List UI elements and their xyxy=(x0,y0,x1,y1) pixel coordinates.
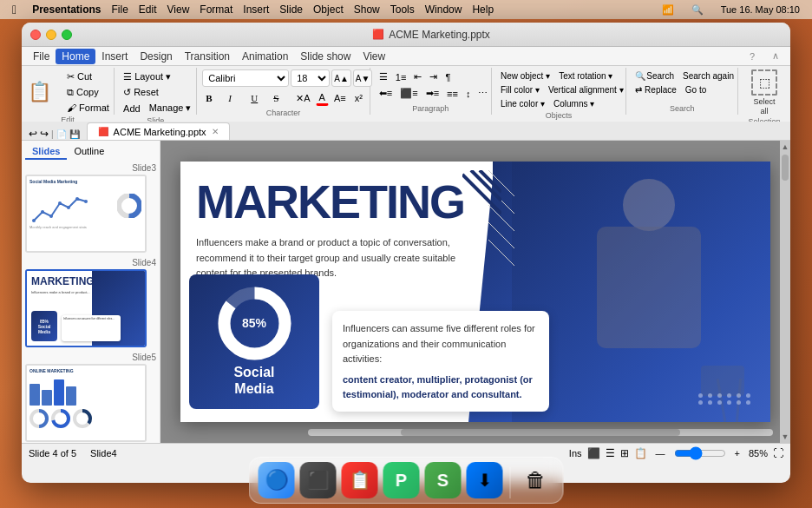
horizontal-scrollbar[interactable] xyxy=(308,429,773,436)
bold-button[interactable]: B xyxy=(202,89,223,108)
dock-s-app[interactable]: S xyxy=(425,462,462,498)
menu-slide[interactable]: Slide xyxy=(279,3,303,16)
grid-view-btn[interactable]: ⊞ xyxy=(620,447,629,459)
line-color-button[interactable]: Line color ▾ xyxy=(497,97,548,110)
appmenu-slideshow[interactable]: Slide show xyxy=(294,49,357,64)
dock-taska[interactable]: P xyxy=(383,462,420,498)
outline-tab[interactable]: Outline xyxy=(67,144,111,160)
font-size-increase[interactable]: A▲ xyxy=(331,69,351,87)
menu-insert[interactable]: Insert xyxy=(243,3,269,16)
appmenu-view[interactable]: View xyxy=(357,49,391,64)
tab-close[interactable]: ✕ xyxy=(212,127,219,136)
align-center[interactable]: ⬛≡ xyxy=(396,86,421,101)
add-slide-button[interactable]: Add xyxy=(120,101,144,115)
italic-button[interactable]: I xyxy=(225,89,246,108)
app-name-menu[interactable]: Presentations xyxy=(32,3,101,16)
manage-button[interactable]: Manage ▾ xyxy=(146,101,195,115)
reset-button[interactable]: ↺ Reset xyxy=(120,85,162,100)
notes-view-btn[interactable]: 📋 xyxy=(634,447,647,459)
font-size-select[interactable]: 18 xyxy=(291,69,330,87)
vertical-alignment-button[interactable]: Vertical alignment ▾ xyxy=(545,83,627,96)
help-icon[interactable]: ? xyxy=(743,49,761,63)
menu-window[interactable]: Window xyxy=(425,3,462,16)
scroll-down-button[interactable]: ▼ xyxy=(782,432,789,441)
slide-thumb-3[interactable]: Slide3 Social Media Marketing xyxy=(25,163,156,253)
menu-edit[interactable]: Edit xyxy=(139,3,157,16)
appmenu-design[interactable]: Design xyxy=(134,49,178,64)
outline-view-btn[interactable]: ☰ xyxy=(606,447,615,459)
text-rotation-button[interactable]: Text rotation ▾ xyxy=(555,69,616,82)
appmenu-transition[interactable]: Transition xyxy=(179,49,236,64)
slide4-preview[interactable]: MARKETING Influencers make a brand or pr… xyxy=(25,269,147,347)
dock-finder[interactable]: 🔵 xyxy=(259,462,295,498)
slides-tab[interactable]: Slides xyxy=(25,144,67,160)
dock-launchpad[interactable]: ⬛ xyxy=(300,462,337,498)
indent-decrease[interactable]: ⇤ xyxy=(410,69,425,84)
doc-button[interactable]: 📄 xyxy=(56,129,67,139)
slide-thumb-4[interactable]: Slide4 MARKETING Influencers make a bran… xyxy=(25,258,156,347)
slide-thumb-5[interactable]: Slide5 ONLINE MARKETING xyxy=(25,353,156,442)
active-tab[interactable]: 🟥 ACME Marketing.pptx ✕ xyxy=(87,122,230,140)
menu-tools[interactable]: Tools xyxy=(390,3,415,16)
normal-view-btn[interactable]: ⬛ xyxy=(587,447,600,459)
indent-increase[interactable]: ⇥ xyxy=(426,69,441,84)
fullscreen-btn[interactable]: ⛶ xyxy=(773,447,783,459)
appmenu-animation[interactable]: Animation xyxy=(236,49,294,64)
list-unordered[interactable]: ☰ xyxy=(376,69,391,84)
menu-object[interactable]: Object xyxy=(313,3,344,16)
new-object-button[interactable]: New object ▾ xyxy=(497,69,553,82)
menu-format[interactable]: Format xyxy=(200,3,232,16)
underline-button[interactable]: U xyxy=(247,89,268,108)
dock-todo[interactable]: 📋 xyxy=(342,462,378,498)
font-color-button[interactable]: A xyxy=(316,90,329,106)
font-family-select[interactable]: Calibri xyxy=(202,69,289,87)
appmenu-insert[interactable]: Insert xyxy=(95,49,134,64)
copy-button[interactable]: ⧉ Copy xyxy=(63,85,113,100)
dock-trash[interactable]: 🗑 xyxy=(518,462,554,498)
undo-button[interactable]: ↩ xyxy=(29,128,37,140)
slide3-preview[interactable]: Social Media Marketing xyxy=(25,175,147,253)
align-justify[interactable]: ≡≡ xyxy=(443,86,462,101)
goto-button[interactable]: Go to xyxy=(682,83,710,96)
font-more-button[interactable]: A≡ xyxy=(331,91,350,105)
slide3-label: Slide3 xyxy=(25,163,156,173)
appmenu-file[interactable]: File xyxy=(27,49,56,64)
para-more2[interactable]: ⋯ xyxy=(475,86,491,101)
format-paint-button[interactable]: 🖌 Format xyxy=(63,101,113,115)
select-all-button[interactable]: ⬚ Selectall xyxy=(748,69,781,116)
vertical-scrollbar[interactable]: ▲ ▼ xyxy=(780,141,790,443)
maximize-button[interactable] xyxy=(62,30,72,40)
slide5-preview[interactable]: ONLINE MARKETING xyxy=(25,364,147,442)
appmenu-home[interactable]: Home xyxy=(56,49,95,64)
layout-button[interactable]: ☰ Layout ▾ xyxy=(120,69,174,84)
align-right[interactable]: ➡≡ xyxy=(422,86,442,101)
apple-icon[interactable]:  xyxy=(12,3,16,16)
list-ordered[interactable]: 1≡ xyxy=(392,69,410,84)
dock-system[interactable]: ⬇ xyxy=(467,462,503,498)
search-icon[interactable]: 🔍 xyxy=(691,4,704,16)
align-left[interactable]: ⬅≡ xyxy=(376,86,396,101)
line-spacing[interactable]: ↕ xyxy=(462,86,475,101)
menu-view[interactable]: View xyxy=(167,3,190,16)
replace-button[interactable]: ⇄ Replace xyxy=(632,83,679,96)
fill-color-button[interactable]: Fill color ▾ xyxy=(497,83,543,96)
search-again-button[interactable]: Search again xyxy=(679,69,737,82)
close-ribbon-icon[interactable]: ∧ xyxy=(766,49,785,63)
strikethrough-button[interactable]: S xyxy=(270,89,291,108)
close-button[interactable] xyxy=(30,30,41,40)
menu-show[interactable]: Show xyxy=(354,3,380,16)
menu-file[interactable]: File xyxy=(111,3,128,16)
superscript-button[interactable]: x² xyxy=(351,91,366,105)
menu-help[interactable]: Help xyxy=(472,3,494,16)
save-button[interactable]: 💾 xyxy=(69,129,80,139)
search-button[interactable]: 🔍 Search xyxy=(632,69,678,82)
para-more[interactable]: ¶ xyxy=(442,69,454,84)
columns-button[interactable]: Columns ▾ xyxy=(550,97,598,110)
scroll-up-button[interactable]: ▲ xyxy=(782,142,789,151)
clear-format-button[interactable]: ✕A xyxy=(292,91,313,106)
redo-button[interactable]: ↪ xyxy=(40,128,49,140)
paste-button[interactable]: 📋 xyxy=(27,76,58,109)
cut-button[interactable]: ✂ Cut xyxy=(63,69,113,84)
zoom-slider[interactable] xyxy=(674,446,726,460)
minimize-button[interactable] xyxy=(46,30,56,40)
